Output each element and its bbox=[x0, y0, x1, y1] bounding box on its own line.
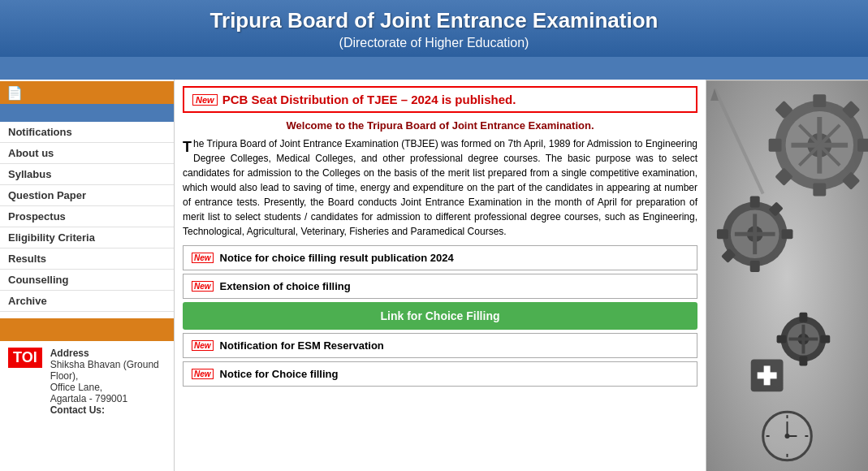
notice-label-2: Extension of choice filling bbox=[220, 280, 351, 292]
svg-rect-4 bbox=[813, 94, 826, 107]
header-subtitle: (Directorate of Higher Education) bbox=[16, 36, 852, 50]
main-layout: 📄 Notifications About us Syllabus Questi… bbox=[0, 80, 868, 471]
sidebar-nav-bar bbox=[0, 104, 174, 122]
page-header: Tripura Board of Joint Entrance Examinat… bbox=[0, 0, 868, 57]
welcome-body: The Tripura Board of Joint Entrance Exam… bbox=[183, 136, 697, 239]
announcement-box: New PCB Seat Distribution of TJEE – 2024… bbox=[183, 86, 697, 113]
notice-item-2[interactable]: New Extension of choice filling bbox=[183, 274, 697, 299]
new-badge-notice-3: New bbox=[192, 340, 214, 351]
new-badge-notice-4: New bbox=[192, 369, 214, 379]
sidebar-item-counselling[interactable]: Counselling bbox=[0, 270, 174, 291]
gear-svg bbox=[706, 80, 868, 471]
notice-label-3: Notification for ESM Reservation bbox=[220, 339, 384, 352]
sidebar-item-prospectus[interactable]: Prospectus bbox=[0, 206, 174, 227]
svg-point-43 bbox=[785, 434, 790, 439]
address-heading: Address bbox=[50, 348, 89, 359]
notice-label-4: Notice for Choice filling bbox=[220, 368, 339, 380]
right-image-area bbox=[706, 80, 868, 471]
notice-item-1[interactable]: New Notice for choice filling result pub… bbox=[183, 245, 697, 270]
sidebar: 📄 Notifications About us Syllabus Questi… bbox=[0, 80, 175, 471]
contact-heading: Contact Us: bbox=[50, 404, 105, 416]
sidebar-item-syllabus[interactable]: Syllabus bbox=[0, 164, 174, 185]
welcome-title: Welcome to the Tripura Board of Joint En… bbox=[183, 119, 697, 132]
address-line2: Shiksha Bhavan (Ground Floor), bbox=[50, 359, 159, 382]
sidebar-item-eligibility[interactable]: Eligibility Criteria bbox=[0, 227, 174, 248]
notice-label-1: Notice for choice filling result publica… bbox=[220, 252, 454, 264]
nav-bar bbox=[0, 57, 868, 80]
first-letter: T bbox=[183, 136, 192, 158]
address-line4: Agartala - 799001 bbox=[50, 393, 127, 404]
welcome-body-text: he Tripura Board of Joint Entrance Exami… bbox=[183, 138, 697, 237]
toi-badge: TOI bbox=[8, 348, 42, 368]
svg-rect-31 bbox=[799, 356, 807, 366]
svg-rect-6 bbox=[857, 139, 868, 152]
sidebar-item-question-paper[interactable]: Question Paper bbox=[0, 185, 174, 206]
svg-rect-5 bbox=[813, 184, 826, 197]
svg-rect-7 bbox=[769, 139, 782, 152]
notice-list: New Notice for choice filling result pub… bbox=[183, 245, 697, 387]
svg-rect-33 bbox=[777, 335, 787, 344]
new-badge-notice-2: New bbox=[192, 281, 214, 292]
new-badge-notice-1: New bbox=[192, 253, 214, 263]
svg-rect-30 bbox=[799, 313, 807, 322]
gear-visual bbox=[706, 80, 868, 471]
sidebar-item-notifications[interactable]: Notifications bbox=[0, 122, 174, 143]
svg-rect-20 bbox=[750, 261, 760, 272]
content-area: New PCB Seat Distribution of TJEE – 2024… bbox=[175, 80, 706, 471]
svg-rect-22 bbox=[717, 229, 728, 239]
header-title: Tripura Board of Joint Entrance Examinat… bbox=[16, 8, 852, 33]
svg-rect-21 bbox=[782, 229, 793, 239]
document-icon: 📄 bbox=[6, 85, 23, 101]
announcement-text: PCB Seat Distribution of TJEE – 2024 is … bbox=[222, 93, 516, 106]
sidebar-item-archive[interactable]: Archive bbox=[0, 291, 174, 312]
sidebar-bottom-bar bbox=[0, 318, 174, 341]
choice-filling-button[interactable]: Link for Choice Filling bbox=[183, 302, 697, 330]
svg-rect-32 bbox=[820, 335, 830, 344]
svg-rect-38 bbox=[764, 365, 771, 385]
notice-item-4[interactable]: New Notice for Choice filling bbox=[183, 361, 697, 387]
new-badge: New bbox=[192, 94, 218, 106]
sidebar-item-results[interactable]: Results bbox=[0, 248, 174, 270]
svg-rect-19 bbox=[750, 196, 760, 207]
address-line3: Office Lane, bbox=[50, 382, 103, 393]
sidebar-item-about[interactable]: About us bbox=[0, 143, 174, 164]
sidebar-icon-bar: 📄 bbox=[0, 81, 174, 104]
sidebar-address: TOI Address Shiksha Bhavan (Ground Floor… bbox=[0, 341, 174, 422]
notice-item-3[interactable]: New Notification for ESM Reservation bbox=[183, 333, 697, 358]
